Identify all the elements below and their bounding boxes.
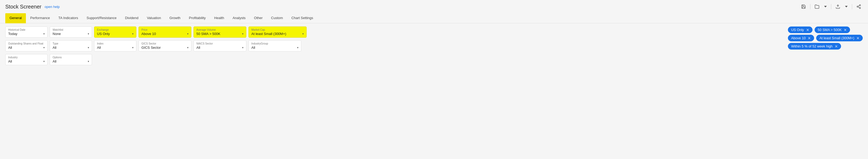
tab-custom[interactable]: Custom <box>267 13 287 23</box>
chip-close-50sma[interactable]: ✕ <box>844 28 847 32</box>
chip-label-within-5: Within 5 % of 52 week high <box>791 44 833 48</box>
chip-label-above-10: Above 10 <box>791 36 806 40</box>
chips-row-2: Above 10 ✕ At least Small (300M+) ✕ <box>788 35 863 41</box>
filter-value-index: All <box>97 46 101 50</box>
chip-above-10[interactable]: Above 10 ✕ <box>788 35 814 41</box>
svg-point-3 <box>859 5 861 6</box>
tab-analysts[interactable]: Analysts <box>228 13 250 23</box>
filter-value-row-exchange: US Only ▾ <box>97 32 133 36</box>
chip-close-us-only[interactable]: ✕ <box>806 28 809 32</box>
tab-dividend[interactable]: Dividend <box>121 13 143 23</box>
chevron-down-icon-industry-group: ▾ <box>297 46 299 49</box>
filter-value-row-options: All ▾ <box>53 59 89 63</box>
filter-label-outstanding-shares: Outstanding Shares and Float <box>8 42 45 45</box>
nav-tabs: General Performance TA Indicators Suppor… <box>0 13 868 23</box>
tab-performance[interactable]: Performance <box>26 13 54 23</box>
divider-2 <box>831 4 831 9</box>
filter-row-2: Outstanding Shares and Float All ▾ Type … <box>5 40 782 51</box>
chip-label-50sma: 50 SMA > 500K <box>818 28 842 32</box>
tab-other[interactable]: Other <box>250 13 267 23</box>
chevron-down-icon-exchange: ▾ <box>132 32 133 35</box>
upload-dropdown-button[interactable] <box>843 4 849 9</box>
chevron-down-icon-industry: ▾ <box>43 60 45 63</box>
tab-valuation[interactable]: Valuation <box>143 13 165 23</box>
filter-market-cap[interactable]: Market Cap At least Small (300M+) ▾ <box>248 26 307 37</box>
svg-marker-0 <box>824 6 827 7</box>
filter-row-3: Industry All ▾ Options All ▾ <box>5 54 782 65</box>
filter-index[interactable]: Index All ▾ <box>94 40 136 51</box>
filter-label-industry-group: IndustryGroup <box>251 42 299 45</box>
filter-naics-sector[interactable]: NAICS Sector All ▾ <box>193 40 246 51</box>
filter-industry-group[interactable]: IndustryGroup All ▾ <box>248 40 301 51</box>
filter-value-options: All <box>53 59 56 63</box>
chip-close-within-5[interactable]: ✕ <box>835 45 838 48</box>
header-actions <box>800 3 863 10</box>
filter-value-outstanding-shares: All <box>8 46 12 50</box>
filter-value-exchange: US Only <box>97 32 110 36</box>
chips-row-3: Within 5 % of 52 week high ✕ <box>788 43 863 50</box>
filter-exchange[interactable]: Exchange US Only ▾ <box>94 26 136 37</box>
tab-health[interactable]: Health <box>210 13 228 23</box>
filter-label-naics-sector: NAICS Sector <box>196 42 243 45</box>
filter-columns: Historical Date Today ▾ Watchlist None ▾… <box>5 26 782 65</box>
filter-label-options: Options <box>53 56 89 59</box>
tab-chart-settings[interactable]: Chart Settings <box>287 13 317 23</box>
chip-label-us-only: US Only <box>791 28 804 32</box>
filter-value-row-historical-date: Today ▾ <box>8 32 45 36</box>
divider-3 <box>852 4 852 9</box>
filter-label-industry: Industry <box>8 56 45 59</box>
filter-label-price: Price <box>142 28 188 31</box>
filter-options[interactable]: Options All ▾ <box>50 54 92 65</box>
chip-close-above-10[interactable]: ✕ <box>808 36 811 40</box>
filter-value-type: All <box>53 46 56 50</box>
chip-within-5[interactable]: Within 5 % of 52 week high ✕ <box>788 43 841 50</box>
filter-value-row-type: All ▾ <box>53 46 89 50</box>
filter-outstanding-shares[interactable]: Outstanding Shares and Float All ▾ <box>5 40 48 51</box>
tab-ta-indicators[interactable]: TA Indicators <box>54 13 83 23</box>
filter-value-industry: All <box>8 59 12 63</box>
filter-label-watchlist: Watchlist <box>53 28 89 31</box>
chip-at-least-small[interactable]: At least Small (300M+) ✕ <box>816 35 863 41</box>
filter-value-row-market-cap: At least Small (300M+) ▾ <box>251 32 304 36</box>
share-button[interactable] <box>855 3 863 10</box>
filter-industry[interactable]: Industry All ▾ <box>5 54 48 65</box>
chip-us-only[interactable]: US Only ✕ <box>788 26 812 33</box>
filter-type[interactable]: Type All ▾ <box>50 40 92 51</box>
filter-value-row-watchlist: None ▾ <box>53 32 89 36</box>
open-help-link[interactable]: open help <box>45 5 60 9</box>
svg-line-6 <box>858 7 859 8</box>
save-button[interactable] <box>800 3 807 10</box>
chip-50sma[interactable]: 50 SMA > 500K ✕ <box>815 26 850 33</box>
filter-gics-sector[interactable]: GICS Sector GICS Sector ▾ <box>138 40 191 51</box>
filter-price[interactable]: Price Above 10 ▾ <box>138 26 191 37</box>
chevron-down-icon-market-cap: ▾ <box>302 32 304 35</box>
tab-support-resistance[interactable]: Support/Resistance <box>83 13 121 23</box>
filter-label-avg-volume: Average Volume <box>196 28 243 31</box>
tab-profitability[interactable]: Profitability <box>185 13 210 23</box>
filter-label-index: Index <box>97 42 133 45</box>
divider-1 <box>810 4 810 9</box>
tab-growth[interactable]: Growth <box>165 13 185 23</box>
filter-value-industry-group: All <box>251 46 255 50</box>
filter-value-row-price: Above 10 ▾ <box>142 32 188 36</box>
svg-point-4 <box>857 6 858 7</box>
folder-dropdown-button[interactable] <box>823 4 828 9</box>
filter-value-row-gics-sector: GICS Sector ▾ <box>142 46 188 50</box>
upload-button[interactable] <box>834 3 842 10</box>
chevron-down-icon-outstanding: ▾ <box>43 46 45 49</box>
header: Stock Screener open help <box>0 0 868 13</box>
filter-value-row-outstanding-shares: All ▾ <box>8 46 45 50</box>
chips-row-1: US Only ✕ 50 SMA > 500K ✕ <box>788 26 863 33</box>
chevron-down-icon-watchlist: ▾ <box>88 32 89 35</box>
chip-close-at-least-small[interactable]: ✕ <box>856 36 860 40</box>
svg-point-5 <box>859 7 861 9</box>
filter-historical-date[interactable]: Historical Date Today ▾ <box>5 26 48 37</box>
tab-general[interactable]: General <box>5 13 26 23</box>
folder-button[interactable] <box>813 3 821 10</box>
svg-marker-2 <box>845 6 848 7</box>
filter-label-exchange: Exchange <box>97 28 133 31</box>
filter-watchlist[interactable]: Watchlist None ▾ <box>50 26 92 37</box>
filter-average-volume[interactable]: Average Volume 50 SMA > 500K ▾ <box>193 26 246 37</box>
filter-label-type: Type <box>53 42 89 45</box>
filter-value-watchlist: None <box>53 32 61 36</box>
